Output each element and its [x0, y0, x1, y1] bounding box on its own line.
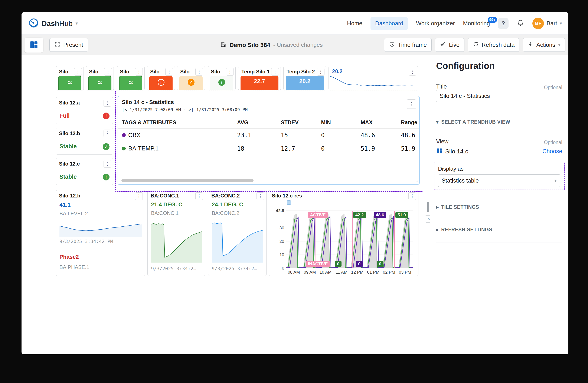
brand-name: DashHub: [42, 19, 73, 28]
tile-silo-waves-2[interactable]: Silo ⋮ ≈: [86, 66, 114, 90]
choose-view-link[interactable]: Choose: [542, 148, 562, 155]
dashboard-grid-button[interactable]: [24, 38, 43, 53]
range-value: 51.9: [398, 145, 419, 152]
refresh-settings-section-header[interactable]: ▸ REFRESH SETTINGS: [436, 227, 492, 232]
save-icon[interactable]: [220, 41, 227, 49]
tile-title: Silo-12.b: [59, 193, 80, 199]
panel-drag-handle[interactable]: [427, 202, 429, 212]
tag-name: CBX: [128, 132, 141, 138]
tile-silo-waves-1[interactable]: Silo ⋮ ≈: [56, 66, 84, 90]
column-divider: [318, 116, 318, 155]
column-header: MIN: [318, 119, 358, 126]
present-button[interactable]: Present: [49, 38, 88, 52]
zero-badge: 0: [377, 261, 383, 267]
help-button[interactable]: ?: [498, 18, 508, 29]
title-input[interactable]: [436, 90, 562, 102]
kebab-menu-icon[interactable]: ⋮: [135, 192, 143, 200]
kebab-menu-icon[interactable]: ⋮: [271, 68, 279, 76]
res-chart-svg: 42.8 30 20 10 0 08 AM 09 AM 10 AM 11 AM …: [272, 199, 415, 275]
tile-silo-check-cream[interactable]: Silo ⋮ ✓: [177, 66, 205, 90]
kebab-menu-icon[interactable]: ⋮: [165, 68, 173, 76]
kebab-menu-icon[interactable]: ⋮: [135, 68, 143, 76]
tile-temp-silo-1[interactable]: Temp Silo 1 ⋮ 22.7: [238, 66, 281, 90]
tile-title: BA:CONC.1: [151, 193, 179, 199]
alert-status-bar: i: [149, 76, 172, 90]
horizontal-scrollbar[interactable]: [122, 179, 253, 182]
waves-icon: ≈: [129, 77, 133, 89]
resize-handle-icon[interactable]: [415, 179, 418, 183]
warn-badge-icon: !: [103, 174, 109, 180]
time-frame-button[interactable]: Time frame: [384, 38, 432, 52]
status-text: Stable: [60, 174, 77, 180]
kebab-menu-icon[interactable]: ⋮: [317, 68, 324, 76]
kebab-menu-icon[interactable]: ⋮: [226, 68, 234, 76]
table-header-row: TAGS & ATTRIBUTES AVG STDEV MIN MAX Rang…: [118, 116, 419, 129]
trendhub-section-header[interactable]: ▾ SELECT A TRENDHUB VIEW: [436, 119, 510, 125]
section-label: SELECT A TRENDHUB VIEW: [441, 119, 510, 125]
tile-title: Silo: [59, 69, 68, 75]
tile-ba-conc-1[interactable]: BA:CONC.1 ⋮ 21.4 DEG. C BA:CONC.1 9/3/20…: [147, 190, 205, 276]
live-button[interactable]: Live: [435, 38, 464, 52]
brand[interactable]: DashHub ▾: [29, 12, 78, 35]
user-name: Bart: [546, 20, 557, 27]
nav-item-home[interactable]: Home: [347, 20, 362, 27]
configuration-panel: Configuration Title Optional ▾ SELECT A …: [430, 55, 568, 354]
display-as-label: Display as: [438, 166, 463, 172]
zero-badge: 0: [335, 261, 341, 267]
kebab-menu-icon[interactable]: ⋮: [104, 99, 111, 107]
waves-status-bar: ≈: [58, 76, 81, 90]
active-badge: ACTIVE: [308, 212, 328, 218]
optional-hint: Optional: [544, 140, 562, 145]
kebab-menu-icon[interactable]: ⋮: [195, 192, 203, 200]
tag-name: BA:TEMP.1: [128, 145, 159, 152]
kebab-menu-icon[interactable]: ⋮: [256, 192, 264, 200]
tile-silo-waves-3[interactable]: Silo ⋮ ≈: [117, 66, 145, 90]
kebab-menu-icon[interactable]: ⋮: [104, 160, 111, 168]
tile-title: Silo 12.a: [59, 100, 80, 106]
notifications-bell-icon[interactable]: [517, 19, 524, 28]
warn-status-bar: ✓: [179, 76, 203, 90]
value-badge: 48.6: [374, 212, 386, 218]
temp-value-block: 22.7: [241, 76, 278, 90]
table-row[interactable]: CBX 23.1 15 0 48.6 48.6: [118, 129, 419, 142]
refresh-data-button[interactable]: Refresh data: [468, 38, 520, 52]
kebab-menu-icon[interactable]: ⋮: [104, 68, 112, 76]
tile-temp-silo-2[interactable]: Temp Silo 2 ⋮ 20.2: [283, 66, 326, 90]
tile-title: Silo: [211, 69, 220, 75]
brand-caret-icon[interactable]: ▾: [76, 21, 78, 26]
tile-statistics[interactable]: Silo 14 c - Statistics |< 1/31/2025 7:08…: [118, 96, 420, 185]
waves-icon: ≈: [68, 77, 72, 89]
tile-silo-info-orange[interactable]: Silo ⋮ i: [147, 66, 175, 90]
tile-ba-conc-2[interactable]: BA:CONC.2 ⋮ 24.1 DEG. C BA:CONC.2 9/3/20…: [208, 190, 267, 276]
gauge-logo-icon: [29, 18, 39, 29]
tile-silo-12a[interactable]: Silo 12.a ⋮ Full !: [56, 97, 113, 124]
timestamp: 9/3/2025 3:34:2…: [212, 266, 257, 271]
main-content: Silo ⋮ ≈ Silo ⋮ ≈ Silo ⋮ ≈ Silo ⋮ i Silo…: [21, 55, 568, 354]
tile-settings-section-header[interactable]: ▸ TILE SETTINGS: [436, 204, 479, 210]
tile-silo-12b-level[interactable]: Silo-12.b ⋮ 41.1 BA:LEVEL.2 9/3/2025 3:3…: [56, 190, 145, 276]
actions-button[interactable]: Actions ▾: [523, 38, 566, 52]
kebab-menu-icon[interactable]: ⋮: [407, 99, 416, 109]
kebab-menu-icon[interactable]: ⋮: [104, 130, 111, 137]
tile-title: Silo 12.c-res: [272, 193, 302, 199]
nav-item-dashboard[interactable]: Dashboard: [371, 17, 408, 30]
nav-item-monitoring-label: Monitoring: [463, 20, 490, 27]
kebab-menu-icon[interactable]: ⋮: [195, 68, 203, 76]
section-divider: [436, 219, 562, 219]
tile-silo-12b[interactable]: Silo 12.b ⋮ Stable ✓: [56, 128, 113, 155]
x-tick: 11 AM: [336, 270, 347, 274]
user-menu[interactable]: BF Bart ▾: [532, 18, 562, 29]
table-row[interactable]: BA:TEMP.1 18 12.7 0 51.9 51.9: [118, 142, 419, 155]
status-text: Stable: [60, 143, 77, 150]
tile-silo-12c-res[interactable]: Silo 12.c-res ⋮: [269, 190, 419, 276]
tile-sparkline[interactable]: 20.2 ⋮: [329, 66, 418, 90]
tag-label: BA:LEVEL.2: [60, 211, 88, 217]
section-label: REFRESH SETTINGS: [441, 227, 492, 232]
tile-silo-12c[interactable]: Silo 12.c ⋮ Stable !: [56, 158, 113, 185]
ok-status-bar: i: [210, 76, 233, 90]
nav-item-work-organizer[interactable]: Work organizer: [416, 20, 455, 27]
tile-silo-info-green[interactable]: Silo ⋮ i: [208, 66, 236, 90]
kebab-menu-icon[interactable]: ⋮: [74, 68, 82, 76]
display-as-select[interactable]: Statistics table ▾: [438, 174, 560, 187]
nav-item-monitoring[interactable]: Monitoring 99+: [463, 20, 490, 27]
